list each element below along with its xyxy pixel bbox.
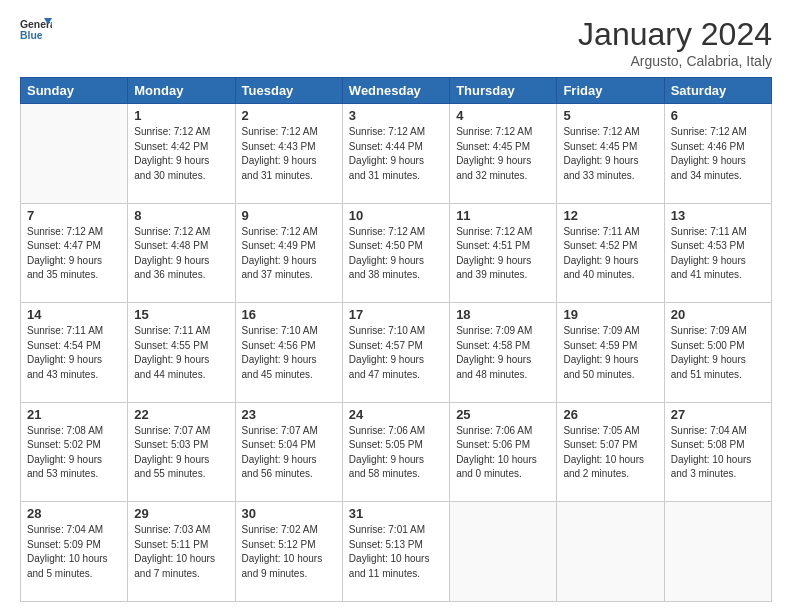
col-saturday: Saturday	[664, 78, 771, 104]
day-info: Sunrise: 7:03 AM Sunset: 5:11 PM Dayligh…	[134, 523, 228, 581]
day-info: Sunrise: 7:10 AM Sunset: 4:57 PM Dayligh…	[349, 324, 443, 382]
day-number: 12	[563, 208, 657, 223]
table-row	[664, 502, 771, 602]
day-info: Sunrise: 7:12 AM Sunset: 4:45 PM Dayligh…	[456, 125, 550, 183]
table-row: 1Sunrise: 7:12 AM Sunset: 4:42 PM Daylig…	[128, 104, 235, 204]
day-number: 28	[27, 506, 121, 521]
day-number: 4	[456, 108, 550, 123]
table-row: 15Sunrise: 7:11 AM Sunset: 4:55 PM Dayli…	[128, 303, 235, 403]
col-wednesday: Wednesday	[342, 78, 449, 104]
day-number: 11	[456, 208, 550, 223]
day-info: Sunrise: 7:07 AM Sunset: 5:04 PM Dayligh…	[242, 424, 336, 482]
col-monday: Monday	[128, 78, 235, 104]
table-row: 24Sunrise: 7:06 AM Sunset: 5:05 PM Dayli…	[342, 402, 449, 502]
day-number: 17	[349, 307, 443, 322]
calendar-table: Sunday Monday Tuesday Wednesday Thursday…	[20, 77, 772, 602]
table-row: 18Sunrise: 7:09 AM Sunset: 4:58 PM Dayli…	[450, 303, 557, 403]
table-row: 26Sunrise: 7:05 AM Sunset: 5:07 PM Dayli…	[557, 402, 664, 502]
calendar-week-row: 28Sunrise: 7:04 AM Sunset: 5:09 PM Dayli…	[21, 502, 772, 602]
day-info: Sunrise: 7:11 AM Sunset: 4:53 PM Dayligh…	[671, 225, 765, 283]
day-number: 16	[242, 307, 336, 322]
day-info: Sunrise: 7:12 AM Sunset: 4:47 PM Dayligh…	[27, 225, 121, 283]
table-row: 7Sunrise: 7:12 AM Sunset: 4:47 PM Daylig…	[21, 203, 128, 303]
table-row: 5Sunrise: 7:12 AM Sunset: 4:45 PM Daylig…	[557, 104, 664, 204]
day-number: 1	[134, 108, 228, 123]
table-row: 2Sunrise: 7:12 AM Sunset: 4:43 PM Daylig…	[235, 104, 342, 204]
day-info: Sunrise: 7:11 AM Sunset: 4:54 PM Dayligh…	[27, 324, 121, 382]
day-number: 3	[349, 108, 443, 123]
table-row	[21, 104, 128, 204]
day-info: Sunrise: 7:12 AM Sunset: 4:48 PM Dayligh…	[134, 225, 228, 283]
col-thursday: Thursday	[450, 78, 557, 104]
day-info: Sunrise: 7:04 AM Sunset: 5:08 PM Dayligh…	[671, 424, 765, 482]
day-number: 13	[671, 208, 765, 223]
day-number: 30	[242, 506, 336, 521]
table-row: 31Sunrise: 7:01 AM Sunset: 5:13 PM Dayli…	[342, 502, 449, 602]
day-info: Sunrise: 7:09 AM Sunset: 5:00 PM Dayligh…	[671, 324, 765, 382]
calendar-week-row: 7Sunrise: 7:12 AM Sunset: 4:47 PM Daylig…	[21, 203, 772, 303]
table-row: 11Sunrise: 7:12 AM Sunset: 4:51 PM Dayli…	[450, 203, 557, 303]
calendar-header-row: Sunday Monday Tuesday Wednesday Thursday…	[21, 78, 772, 104]
day-info: Sunrise: 7:10 AM Sunset: 4:56 PM Dayligh…	[242, 324, 336, 382]
day-number: 7	[27, 208, 121, 223]
header: General Blue January 2024 Argusto, Calab…	[20, 16, 772, 69]
day-info: Sunrise: 7:11 AM Sunset: 4:55 PM Dayligh…	[134, 324, 228, 382]
day-number: 20	[671, 307, 765, 322]
day-number: 24	[349, 407, 443, 422]
day-number: 18	[456, 307, 550, 322]
table-row: 25Sunrise: 7:06 AM Sunset: 5:06 PM Dayli…	[450, 402, 557, 502]
table-row: 21Sunrise: 7:08 AM Sunset: 5:02 PM Dayli…	[21, 402, 128, 502]
logo-icon: General Blue	[20, 16, 52, 44]
day-info: Sunrise: 7:06 AM Sunset: 5:05 PM Dayligh…	[349, 424, 443, 482]
day-number: 10	[349, 208, 443, 223]
day-info: Sunrise: 7:12 AM Sunset: 4:45 PM Dayligh…	[563, 125, 657, 183]
day-number: 31	[349, 506, 443, 521]
day-number: 9	[242, 208, 336, 223]
day-number: 14	[27, 307, 121, 322]
table-row: 27Sunrise: 7:04 AM Sunset: 5:08 PM Dayli…	[664, 402, 771, 502]
day-info: Sunrise: 7:12 AM Sunset: 4:44 PM Dayligh…	[349, 125, 443, 183]
page: General Blue January 2024 Argusto, Calab…	[0, 0, 792, 612]
col-sunday: Sunday	[21, 78, 128, 104]
table-row	[557, 502, 664, 602]
day-info: Sunrise: 7:04 AM Sunset: 5:09 PM Dayligh…	[27, 523, 121, 581]
day-info: Sunrise: 7:02 AM Sunset: 5:12 PM Dayligh…	[242, 523, 336, 581]
table-row: 22Sunrise: 7:07 AM Sunset: 5:03 PM Dayli…	[128, 402, 235, 502]
day-info: Sunrise: 7:06 AM Sunset: 5:06 PM Dayligh…	[456, 424, 550, 482]
table-row: 19Sunrise: 7:09 AM Sunset: 4:59 PM Dayli…	[557, 303, 664, 403]
table-row: 28Sunrise: 7:04 AM Sunset: 5:09 PM Dayli…	[21, 502, 128, 602]
table-row	[450, 502, 557, 602]
table-row: 3Sunrise: 7:12 AM Sunset: 4:44 PM Daylig…	[342, 104, 449, 204]
day-info: Sunrise: 7:09 AM Sunset: 4:59 PM Dayligh…	[563, 324, 657, 382]
subtitle: Argusto, Calabria, Italy	[578, 53, 772, 69]
table-row: 14Sunrise: 7:11 AM Sunset: 4:54 PM Dayli…	[21, 303, 128, 403]
logo: General Blue	[20, 16, 52, 44]
table-row: 12Sunrise: 7:11 AM Sunset: 4:52 PM Dayli…	[557, 203, 664, 303]
calendar-week-row: 14Sunrise: 7:11 AM Sunset: 4:54 PM Dayli…	[21, 303, 772, 403]
table-row: 8Sunrise: 7:12 AM Sunset: 4:48 PM Daylig…	[128, 203, 235, 303]
day-info: Sunrise: 7:07 AM Sunset: 5:03 PM Dayligh…	[134, 424, 228, 482]
calendar-week-row: 1Sunrise: 7:12 AM Sunset: 4:42 PM Daylig…	[21, 104, 772, 204]
day-number: 15	[134, 307, 228, 322]
day-number: 19	[563, 307, 657, 322]
day-info: Sunrise: 7:12 AM Sunset: 4:46 PM Dayligh…	[671, 125, 765, 183]
table-row: 23Sunrise: 7:07 AM Sunset: 5:04 PM Dayli…	[235, 402, 342, 502]
day-number: 5	[563, 108, 657, 123]
table-row: 17Sunrise: 7:10 AM Sunset: 4:57 PM Dayli…	[342, 303, 449, 403]
day-number: 8	[134, 208, 228, 223]
table-row: 30Sunrise: 7:02 AM Sunset: 5:12 PM Dayli…	[235, 502, 342, 602]
col-friday: Friday	[557, 78, 664, 104]
table-row: 29Sunrise: 7:03 AM Sunset: 5:11 PM Dayli…	[128, 502, 235, 602]
day-number: 2	[242, 108, 336, 123]
day-info: Sunrise: 7:01 AM Sunset: 5:13 PM Dayligh…	[349, 523, 443, 581]
table-row: 9Sunrise: 7:12 AM Sunset: 4:49 PM Daylig…	[235, 203, 342, 303]
day-info: Sunrise: 7:05 AM Sunset: 5:07 PM Dayligh…	[563, 424, 657, 482]
day-info: Sunrise: 7:12 AM Sunset: 4:49 PM Dayligh…	[242, 225, 336, 283]
day-info: Sunrise: 7:12 AM Sunset: 4:43 PM Dayligh…	[242, 125, 336, 183]
calendar-week-row: 21Sunrise: 7:08 AM Sunset: 5:02 PM Dayli…	[21, 402, 772, 502]
day-number: 6	[671, 108, 765, 123]
day-number: 29	[134, 506, 228, 521]
day-info: Sunrise: 7:08 AM Sunset: 5:02 PM Dayligh…	[27, 424, 121, 482]
table-row: 16Sunrise: 7:10 AM Sunset: 4:56 PM Dayli…	[235, 303, 342, 403]
table-row: 20Sunrise: 7:09 AM Sunset: 5:00 PM Dayli…	[664, 303, 771, 403]
